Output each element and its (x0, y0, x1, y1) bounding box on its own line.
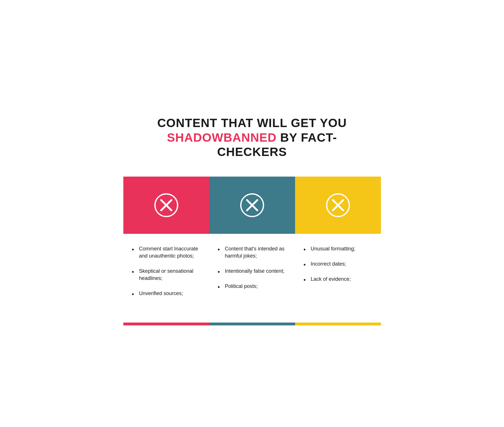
x-circle-icon-yellow (325, 192, 351, 218)
card-pink-list: Comment start Inaccurate and unauthentic… (132, 245, 201, 297)
list-item: Incorrect dates; (304, 260, 372, 268)
x-circle-icon-pink (153, 192, 179, 218)
card-pink-body: Comment start Inaccurate and unauthentic… (123, 234, 209, 323)
title-line3: CHECKERS (217, 145, 287, 159)
card-teal-footer (209, 323, 295, 325)
cards-container: Comment start Inaccurate and unauthentic… (123, 177, 381, 325)
x-circle-icon-teal (239, 192, 265, 218)
title-section: CONTENT THAT WILL GET YOU SHADOWBANNED B… (123, 102, 381, 176)
list-item: Unverified sources; (132, 290, 201, 297)
list-item: Skeptical or sensational headlines; (132, 268, 201, 282)
card-teal-list: Content that's intended as harmful jokes… (218, 245, 286, 290)
card-yellow-list: Unusual formatting; Incorrect dates; Lac… (304, 245, 372, 283)
card-yellow: Unusual formatting; Incorrect dates; Lac… (295, 177, 381, 325)
card-pink-footer (123, 323, 209, 325)
list-item: Lack of evidence; (304, 276, 372, 283)
list-item: Comment start Inaccurate and unauthentic… (132, 245, 201, 260)
card-teal-body: Content that's intended as harmful jokes… (209, 234, 295, 323)
list-item: Content that's intended as harmful jokes… (218, 245, 286, 260)
card-yellow-body: Unusual formatting; Incorrect dates; Lac… (295, 234, 381, 323)
page-title: CONTENT THAT WILL GET YOU SHADOWBANNED B… (135, 116, 369, 159)
card-teal: Content that's intended as harmful jokes… (209, 177, 295, 325)
card-teal-header (209, 177, 295, 234)
card-pink-header (123, 177, 209, 234)
title-line1: CONTENT THAT WILL GET YOU (157, 116, 347, 130)
main-container: CONTENT THAT WILL GET YOU SHADOWBANNED B… (123, 102, 381, 325)
card-pink: Comment start Inaccurate and unauthentic… (123, 177, 209, 325)
list-item: Political posts; (218, 283, 286, 290)
list-item: Intentionally false content; (218, 268, 286, 275)
title-highlight: SHADOWBANNED (167, 131, 276, 144)
title-line2: BY FACT- (280, 131, 337, 144)
list-item: Unusual formatting; (304, 245, 372, 252)
card-yellow-footer (295, 323, 381, 325)
card-yellow-header (295, 177, 381, 234)
